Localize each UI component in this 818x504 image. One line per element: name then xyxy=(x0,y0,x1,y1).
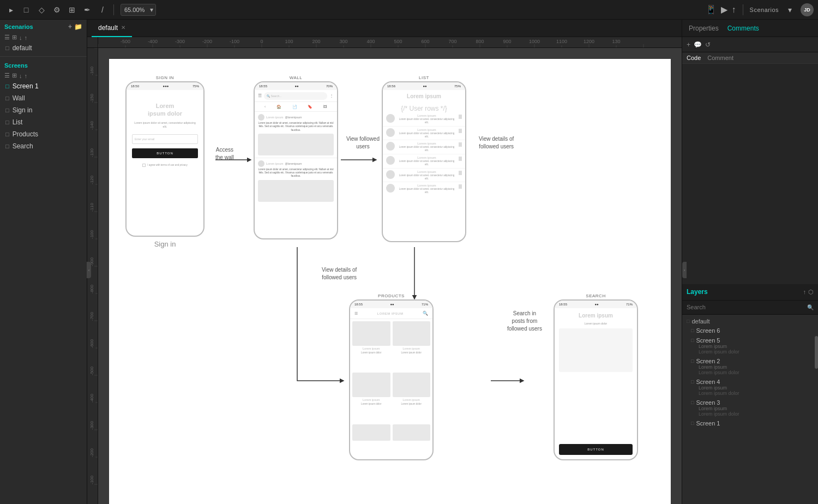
code-tab[interactable]: Code xyxy=(687,55,701,61)
screens-grid-icon[interactable]: ⊞ xyxy=(12,72,17,79)
canvas-area: -500 -400 -300 -200 -100 0 100 200 300 4… xyxy=(87,37,682,504)
screen-item-wall[interactable]: □ Wall xyxy=(0,92,87,104)
layer-screen4[interactable]: □ Screen 4 Lorem ipsum Lorem ipsum dolor xyxy=(682,377,818,398)
frame-tool[interactable]: □ xyxy=(20,3,33,16)
layers-up-icon[interactable]: ↑ xyxy=(803,289,807,296)
layers-header-actions: ↑ ⬡ xyxy=(803,289,814,296)
svg-text:700: 700 xyxy=(448,39,456,44)
screens-sort-up-icon[interactable]: ↑ xyxy=(25,73,28,79)
layer-screen2[interactable]: □ Screen 2 Lorem ipsum Lorem ipsum dolor xyxy=(682,356,818,377)
scenario-default-label: default xyxy=(13,44,32,52)
screen-item-signin[interactable]: □ Sign in xyxy=(0,104,87,116)
left-sidebar-collapse[interactable]: ‹ xyxy=(87,262,91,278)
layer-group-icon: □ xyxy=(687,319,689,324)
play-icon[interactable]: ▶ xyxy=(721,4,727,15)
screen-item-list[interactable]: □ List xyxy=(0,116,87,128)
add-comment-icon[interactable]: + xyxy=(687,41,690,49)
layers-header: Layers ↑ ⬡ xyxy=(682,284,818,301)
tab-close-icon[interactable]: ✕ xyxy=(121,25,125,31)
layers-search: 🔍 xyxy=(682,301,818,315)
comment-tab[interactable]: Comment xyxy=(707,55,733,61)
layer-screen4-icon: □ xyxy=(691,379,694,385)
svg-text:500: 500 xyxy=(394,39,402,44)
share-icon[interactable]: ↑ xyxy=(732,5,736,15)
phone-preview-icon[interactable]: 📱 xyxy=(706,4,717,15)
signin-screen-container: SIGN IN 18:50●●●75% Loremipsum dolor Lor… xyxy=(125,75,204,248)
sort-down-icon[interactable]: ↓ xyxy=(19,34,22,41)
svg-text:1200: 1200 xyxy=(584,39,594,44)
sort-up-icon[interactable]: ↑ xyxy=(25,34,28,41)
search-phone: 18:55●●71% Lorem ipsum Lorem ipsum dolor xyxy=(554,299,638,460)
list-view-icon[interactable]: ☰ xyxy=(4,34,10,41)
scenarios-label: Scenarios xyxy=(750,7,779,13)
scenarios-toolbar: ☰ ⊞ ↓ ↑ xyxy=(0,33,87,42)
main-layout: Scenarios + 📁 ☰ ⊞ ↓ ↑ □ default Screens … xyxy=(0,20,818,504)
layer-screen3[interactable]: □ Screen 3 Lorem ipsum Lorem ipsum dolor xyxy=(682,398,818,418)
signin-label-top: SIGN IN xyxy=(125,75,204,80)
layer-screen3-label: Screen 3 xyxy=(696,399,720,406)
search-label: Search xyxy=(13,142,33,150)
grid-view-icon[interactable]: ⊞ xyxy=(12,34,17,41)
cursor-tool[interactable]: ▸ xyxy=(4,3,17,16)
zoom-value: 65.00% xyxy=(121,7,148,13)
layers-list: □ default □ Screen 6 □ Screen 5 Lorem ip… xyxy=(682,315,818,505)
screens-list-icon[interactable]: ☰ xyxy=(4,72,10,79)
screen-item-search[interactable]: □ Search xyxy=(0,140,87,152)
layers-search-input[interactable] xyxy=(687,304,805,310)
svg-text:-700: -700 xyxy=(89,311,94,321)
screen-item-products[interactable]: □ Products xyxy=(0,128,87,140)
access-wall-label: Accessthe wall xyxy=(215,146,234,161)
scenarios-section-label: Scenarios xyxy=(4,23,33,30)
layer-screen1[interactable]: □ Screen 1 xyxy=(682,418,818,428)
separator-2 xyxy=(743,4,743,15)
right-scrollbar-thumb[interactable] xyxy=(815,336,818,369)
svg-text:900: 900 xyxy=(503,39,511,44)
left-sidebar: Scenarios + 📁 ☰ ⊞ ↓ ↑ □ default Screens … xyxy=(0,20,87,504)
svg-text:-100: -100 xyxy=(230,39,239,44)
chat-icon[interactable]: 💬 xyxy=(694,41,702,49)
scenarios-dropdown[interactable]: ▾ xyxy=(783,3,796,16)
comments-area xyxy=(682,64,818,284)
add-scenario-icon[interactable]: + xyxy=(68,23,72,31)
svg-text:-150: -150 xyxy=(89,93,94,103)
layer-screen5[interactable]: □ Screen 5 Lorem ipsum Lorem ipsum dolor xyxy=(682,335,818,356)
pen-tool[interactable]: ✒ xyxy=(81,3,94,16)
screen1-label: Screen 1 xyxy=(13,82,39,90)
screen-item-screen1[interactable]: □ Screen 1 xyxy=(0,80,87,92)
line-tool[interactable]: / xyxy=(96,3,109,16)
right-sidebar-collapse[interactable]: › xyxy=(682,262,687,278)
layer-group-default[interactable]: □ default xyxy=(682,317,818,326)
svg-text:-800: -800 xyxy=(89,284,94,293)
signin-phone: 18:50●●●75% Loremipsum dolor Lorem ipsum… xyxy=(125,81,204,237)
search-screen-container: SEARCH 18:55●●71% Lorem ipsum Lorem ipsu… xyxy=(554,293,638,460)
refresh-icon[interactable]: ↺ xyxy=(705,41,711,49)
layer-screen1-label: Screen 1 xyxy=(696,420,720,427)
screens-sort-down-icon[interactable]: ↓ xyxy=(19,73,22,79)
component-tool[interactable]: ⊞ xyxy=(65,3,79,16)
scenarios-section-header: Scenarios + 📁 xyxy=(0,20,87,33)
scenario-default[interactable]: □ default xyxy=(0,42,87,54)
folder-icon[interactable]: 📁 xyxy=(74,23,82,31)
svg-text:-200: -200 xyxy=(202,39,212,44)
tab-label: default xyxy=(98,24,118,32)
code-comment-tabs: Code Comment xyxy=(682,52,818,64)
layers-panel: Layers ↑ ⬡ 🔍 □ default □ Screen xyxy=(682,284,818,505)
svg-text:600: 600 xyxy=(421,39,429,44)
svg-text:-110: -110 xyxy=(89,202,94,212)
zoom-dropdown-arrow[interactable]: ▾ xyxy=(148,6,155,14)
wall-icon: □ xyxy=(5,95,9,101)
comments-tab[interactable]: Comments xyxy=(725,25,761,32)
diamond-tool[interactable]: ◇ xyxy=(35,3,48,16)
svg-text:400: 400 xyxy=(366,39,375,44)
layers-expand-icon[interactable]: ⬡ xyxy=(808,289,814,296)
layer-screen6[interactable]: □ Screen 6 xyxy=(682,326,818,335)
svg-text:-400: -400 xyxy=(148,39,158,44)
svg-text:-500: -500 xyxy=(121,39,130,44)
properties-tab[interactable]: Properties xyxy=(687,25,721,32)
tab-default[interactable]: default ✕ xyxy=(92,20,132,37)
products-label: Products xyxy=(13,130,38,138)
right-sidebar-toolbar: + 💬 ↺ xyxy=(682,37,818,52)
zoom-control[interactable]: 65.00% ▾ xyxy=(121,4,156,16)
settings-tool[interactable]: ⚙ xyxy=(50,3,63,16)
canvas-content[interactable]: SIGN IN 18:50●●●75% Loremipsum dolor Lor… xyxy=(98,48,682,504)
